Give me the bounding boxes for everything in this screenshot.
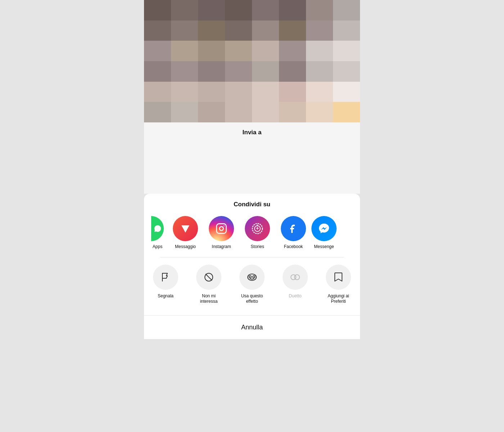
svg-point-10 <box>249 276 251 278</box>
duetto-label: Duetto <box>289 293 301 299</box>
instagram-item[interactable]: Instagram <box>203 216 239 250</box>
flag-icon <box>160 272 171 283</box>
stories-item[interactable]: + Stories <box>239 216 275 250</box>
stories-svg: + <box>251 222 264 235</box>
cancel-label: Annulla <box>241 324 263 331</box>
messaggio-svg <box>179 222 192 235</box>
whatsapp-icon <box>151 216 164 241</box>
invia-content <box>144 136 360 194</box>
bookmark-icon <box>333 272 343 283</box>
svg-point-13 <box>294 275 300 280</box>
share-title: Condividi su <box>144 201 360 208</box>
instagram-icon <box>209 216 234 241</box>
separator <box>160 257 344 257</box>
pixelated-image <box>144 0 360 122</box>
usa-effetto-label: Usa questo effetto <box>236 293 268 305</box>
messenger-item[interactable]: Messenge <box>311 216 337 250</box>
cancel-section[interactable]: Annulla <box>144 315 360 339</box>
non-mi-interessa-label: Non mi interessa <box>193 293 225 305</box>
action-row: Segnala Non mi interessa <box>144 265 360 315</box>
phone-container: Invia a Condividi su Apps <box>144 0 360 339</box>
svg-marker-0 <box>181 225 189 233</box>
share-sheet: Condividi su Apps <box>144 194 360 315</box>
whatsapp-partial-item[interactable]: Apps <box>148 216 167 249</box>
segnala-label: Segnala <box>158 293 174 299</box>
facebook-icon <box>281 216 306 241</box>
non-mi-interessa-icon <box>196 265 221 290</box>
messenger-icon <box>311 216 337 241</box>
messaggio-item[interactable]: Messaggio <box>167 216 203 250</box>
mask-icon <box>247 272 257 283</box>
duetto-item: Duetto <box>277 265 313 305</box>
svg-point-11 <box>253 276 255 278</box>
facebook-label: Facebook <box>284 244 303 250</box>
svg-line-8 <box>206 274 212 280</box>
whatsapp-label: Apps <box>153 244 162 249</box>
aggiungi-preferiti-icon <box>326 265 351 290</box>
messaggio-icon <box>173 216 198 241</box>
instagram-label: Instagram <box>212 244 231 250</box>
messenger-label: Messenge <box>314 244 334 250</box>
svg-text:+: + <box>256 225 259 231</box>
stories-icon: + <box>245 216 270 241</box>
usa-effetto-item[interactable]: Usa questo effetto <box>234 265 270 305</box>
usa-effetto-icon <box>239 265 265 290</box>
facebook-svg <box>287 222 300 235</box>
svg-rect-1 <box>217 224 226 234</box>
messaggio-label: Messaggio <box>175 244 196 250</box>
facebook-item[interactable]: Facebook <box>275 216 311 250</box>
duetto-icon <box>283 265 308 290</box>
whatsapp-svg <box>154 225 162 233</box>
instagram-svg <box>216 223 227 234</box>
non-mi-interessa-item[interactable]: Non mi interessa <box>191 265 227 305</box>
duetto-svg <box>290 272 301 283</box>
block-icon <box>203 272 214 283</box>
aggiungi-preferiti-item[interactable]: Aggiungi ai Preferiti <box>320 265 356 305</box>
segnala-icon <box>153 265 178 290</box>
messenger-svg <box>318 222 330 235</box>
icons-row: Apps Messaggio <box>144 216 360 256</box>
stories-label: Stories <box>251 244 264 250</box>
invia-section: Invia a <box>144 122 360 194</box>
aggiungi-preferiti-label: Aggiungi ai Preferiti <box>322 293 355 305</box>
segnala-item[interactable]: Segnala <box>148 265 184 305</box>
invia-label: Invia a <box>243 129 262 136</box>
